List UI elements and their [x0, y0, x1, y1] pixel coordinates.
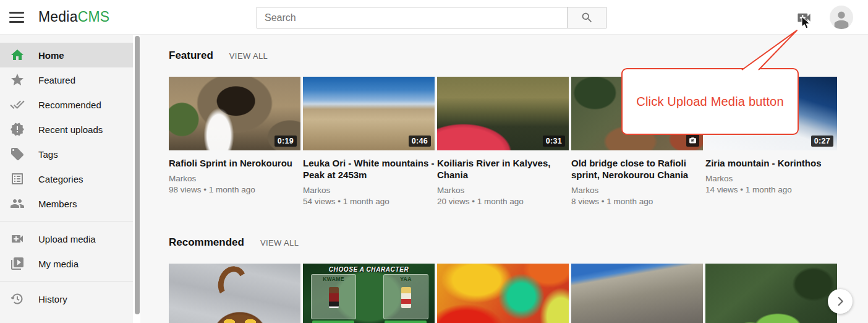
sidebar-scrollbar[interactable]	[135, 36, 140, 314]
thumbnail-art	[215, 264, 250, 304]
sidebar-item-my-media[interactable]: My media	[0, 251, 133, 276]
sidebar-item-categories[interactable]: Categories	[0, 166, 133, 191]
video-thumbnail[interactable]: 0:19	[169, 77, 300, 150]
user-avatar[interactable]	[830, 6, 853, 29]
thumbnail-text: YAA	[384, 276, 428, 282]
search-icon	[581, 11, 594, 24]
sidebar-item-upload-media[interactable]: Upload media	[0, 226, 133, 251]
media-card[interactable]: 0:46 Leuka Ori - White mountains - Peak …	[303, 77, 435, 207]
sidebar-item-featured[interactable]: Featured	[0, 67, 133, 92]
hamburger-menu-icon[interactable]	[9, 12, 24, 23]
video-thumbnail[interactable]	[169, 264, 300, 323]
media-meta: 54 views • 1 month ago	[303, 196, 435, 207]
logo[interactable]: MediaCMS	[38, 9, 109, 25]
duration-badge: 0:31	[543, 136, 565, 147]
section-title: Recommended	[169, 236, 244, 249]
video-thumbnail[interactable]	[571, 264, 703, 323]
sidebar-item-label: My media	[38, 259, 79, 269]
carousel-next-button[interactable]	[828, 289, 853, 314]
video-library-icon	[10, 256, 25, 271]
media-card[interactable]	[705, 264, 837, 323]
sidebar-item-label: Members	[38, 199, 77, 209]
section-title: Featured	[169, 50, 213, 62]
mediacms-app: MediaCMS Home Featured Recommended	[0, 0, 868, 323]
logo-suffix: CMS	[78, 9, 110, 25]
thumbnail-text: Select	[385, 321, 427, 323]
annotation-text: Click Upload Media button	[636, 95, 783, 109]
media-author[interactable]: Markos	[437, 185, 569, 196]
sidebar-item-label: Home	[38, 50, 64, 61]
person-icon	[831, 8, 852, 29]
video-thumbnail[interactable]: 0:31	[437, 77, 569, 150]
duration-badge: 0:46	[409, 136, 431, 147]
search-input[interactable]	[257, 7, 567, 28]
media-title[interactable]: Leuka Ori - White mountains - Peak at 24…	[303, 157, 435, 181]
sidebar-item-home[interactable]: Home	[0, 43, 133, 67]
sidebar-item-label: Tags	[38, 149, 58, 160]
sidebar-item-label: Categories	[38, 174, 83, 184]
sidebar-item-label: Featured	[38, 75, 75, 85]
media-title[interactable]: Ziria mountain - Korinthos	[705, 157, 837, 169]
thumbnail-art: YAA	[383, 274, 428, 319]
tag-icon	[10, 147, 25, 162]
mouse-cursor-icon	[801, 16, 811, 30]
recommended-cards-row: CHOOSE A CHARACTER KWAME YAA Selected Se…	[169, 264, 868, 323]
media-meta: 20 views • 1 month ago	[437, 196, 569, 207]
sidebar-item-label: Recent uploads	[38, 124, 103, 135]
recommended-view-all-link[interactable]: VIEW ALL	[260, 238, 299, 248]
sidebar-divider	[0, 281, 133, 282]
new-releases-icon	[10, 122, 25, 137]
media-card[interactable]	[437, 264, 569, 323]
media-author[interactable]: Markos	[705, 173, 837, 184]
media-title[interactable]: Rafioli Sprint in Nerokourou	[169, 157, 300, 169]
chevron-right-icon	[833, 295, 847, 308]
camera-icon	[689, 136, 697, 144]
logo-prefix: Media	[38, 9, 78, 25]
thumbnail-text: CHOOSE A CHARACTER	[303, 266, 435, 273]
done-all-icon	[10, 97, 25, 112]
thumbnail-text: KWAME	[312, 276, 355, 282]
sidebar-item-label: History	[38, 294, 67, 304]
annotation-callout: Click Upload Media button	[621, 68, 799, 135]
media-author[interactable]: Markos	[571, 185, 703, 196]
video-call-icon	[10, 231, 25, 246]
video-thumbnail[interactable]: 0:46	[303, 77, 435, 150]
media-meta: 8 views • 1 month ago	[571, 196, 703, 207]
duration-badge: 0:27	[811, 136, 833, 147]
sidebar-item-history[interactable]: History	[0, 286, 133, 311]
sidebar-item-recent-uploads[interactable]: Recent uploads	[0, 117, 133, 142]
video-thumbnail[interactable]: CHOOSE A CHARACTER KWAME YAA Selected Se…	[303, 264, 435, 323]
media-meta: 98 views • 1 month ago	[169, 184, 300, 196]
recommended-section-header: Recommended VIEW ALL	[169, 236, 868, 249]
media-card[interactable]: 0:19 Rafioli Sprint in Nerokourou Markos…	[169, 77, 300, 207]
sidebar-item-recommended[interactable]: Recommended	[0, 92, 133, 117]
thumbnail-art	[401, 287, 411, 308]
search-button[interactable]	[567, 7, 606, 28]
video-thumbnail[interactable]	[437, 264, 569, 323]
media-meta: 14 views • 1 month ago	[705, 184, 837, 196]
media-card[interactable]: CHOOSE A CHARACTER KWAME YAA Selected Se…	[303, 264, 435, 323]
media-title[interactable]: Old bridge close to Rafioli sprint, Nero…	[571, 157, 703, 181]
list-alt-icon	[10, 171, 25, 186]
media-title[interactable]: Koiliaris River in Kalyves, Chania	[437, 157, 569, 181]
sidebar: Home Featured Recommended Recent uploads…	[0, 35, 133, 323]
home-icon	[10, 48, 25, 62]
media-author[interactable]: Markos	[169, 173, 300, 184]
sidebar-item-members[interactable]: Members	[0, 191, 133, 216]
thumbnail-art	[329, 287, 339, 308]
sidebar-item-tags[interactable]: Tags	[0, 142, 133, 166]
media-card[interactable]: 0:31 Koiliaris River in Kalyves, Chania …	[437, 77, 569, 207]
sidebar-item-label: Upload media	[38, 234, 96, 244]
media-card[interactable]	[169, 264, 300, 323]
duration-badge: 0:19	[274, 136, 297, 147]
video-thumbnail[interactable]	[705, 264, 837, 323]
featured-view-all-link[interactable]: VIEW ALL	[229, 51, 268, 61]
history-icon	[10, 291, 25, 306]
people-icon	[10, 196, 25, 211]
media-author[interactable]: Markos	[303, 185, 435, 196]
sidebar-divider	[0, 221, 133, 222]
thumbnail-text: Selected	[312, 321, 354, 323]
image-media-badge	[686, 134, 699, 147]
star-icon	[10, 72, 25, 87]
media-card[interactable]	[571, 264, 703, 323]
